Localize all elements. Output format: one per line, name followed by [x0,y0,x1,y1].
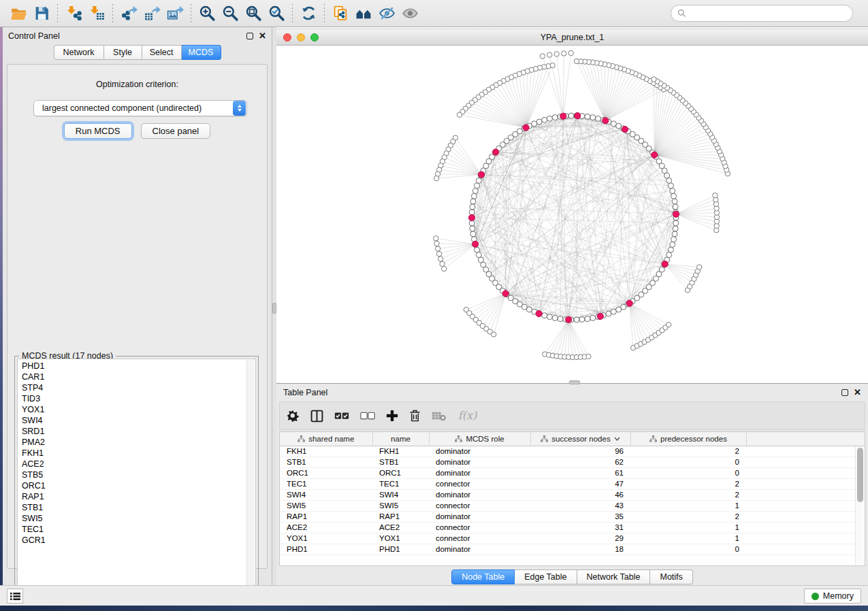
table-cell[interactable]: 2 [630,511,746,522]
table-cell[interactable]: 1 [630,500,746,511]
selected-network-node[interactable] [673,211,679,217]
network-node[interactable] [526,307,532,312]
network-node[interactable] [590,315,596,320]
table-cell[interactable]: FKH1 [280,446,372,457]
table-cell[interactable]: 61 [530,467,630,478]
settings-button[interactable] [287,410,300,423]
table-row[interactable]: ACE2ACE2connector311 [280,522,865,533]
table-cell[interactable]: TEC1 [372,478,429,489]
table-cell[interactable]: connector [429,522,530,533]
table-cell[interactable]: 1 [630,533,746,544]
selected-network-node[interactable] [575,112,581,118]
network-node[interactable] [470,204,475,210]
mcds-result-item[interactable]: YOX1 [18,404,255,415]
mcds-result-item[interactable]: PHD1 [18,361,255,371]
selected-network-node[interactable] [523,125,529,131]
network-node[interactable] [436,251,441,256]
table-row[interactable]: YOX1YOX1connector291 [280,533,865,544]
table-cell[interactable]: 2 [630,489,746,500]
network-node[interactable] [471,193,477,199]
table-cell[interactable]: FKH1 [372,446,429,457]
table-cell[interactable]: 96 [530,446,630,457]
network-node[interactable] [670,188,675,194]
table-cell[interactable]: dominator [429,457,530,467]
mcds-result-item[interactable]: SRD1 [18,426,255,437]
table-cell[interactable]: 2 [630,478,746,489]
close-table-panel-icon[interactable]: ✕ [854,389,861,396]
network-node[interactable] [438,257,443,261]
zoom-out-button[interactable] [219,3,242,24]
network-node[interactable] [606,311,611,316]
table-cell[interactable]: STB1 [372,457,429,467]
tab-mcds[interactable]: MCDS [182,45,221,60]
network-node[interactable] [470,231,476,237]
network-node[interactable] [586,354,591,359]
mcds-result-item[interactable]: TID3 [18,393,255,404]
column-header-predecessor-nodes[interactable]: predecessor nodes [630,432,746,446]
network-canvas[interactable] [276,46,868,383]
network-node[interactable] [668,247,673,252]
table-cell[interactable]: PHD1 [372,544,429,555]
hide-selected-button[interactable] [375,3,398,24]
table-cell[interactable]: connector [429,533,530,544]
selected-network-node[interactable] [597,313,603,319]
mcds-result-item[interactable]: RAP1 [18,491,255,502]
table-cell[interactable]: SWI4 [372,489,429,500]
tab-motifs[interactable]: Motifs [650,569,692,584]
network-node[interactable] [713,193,718,197]
network-node[interactable] [475,247,480,252]
selected-network-node[interactable] [472,241,479,247]
network-node[interactable] [491,332,496,337]
table-cell[interactable]: connector [429,500,530,511]
mcds-result-item[interactable]: STB1 [18,502,255,513]
mcds-result-item[interactable]: SWI4 [18,415,255,426]
network-node[interactable] [672,199,677,204]
network-node[interactable] [434,236,438,241]
optimization-criterion-select[interactable]: largest connected component (undirected) [33,100,247,116]
export-network-button[interactable] [117,3,140,24]
network-node[interactable] [457,112,462,117]
table-cell[interactable]: 43 [530,500,630,511]
table-cell[interactable]: 1 [630,522,746,533]
maximize-window-icon[interactable] [310,33,319,42]
network-node[interactable] [673,204,678,210]
table-scrollbar-track[interactable] [855,446,864,565]
network-node[interactable] [542,117,547,122]
table-cell[interactable]: TEC1 [280,478,372,489]
network-view-titlebar[interactable]: YPA_prune.txt_1 [276,29,868,46]
network-node[interactable] [666,252,672,258]
network-node[interactable] [540,54,545,59]
mcds-result-item[interactable]: PMA2 [18,437,255,448]
network-node[interactable] [574,317,579,323]
delete-column-button[interactable] [409,410,421,423]
show-all-button[interactable] [398,3,421,24]
network-node[interactable] [611,121,616,127]
network-node[interactable] [671,193,677,199]
mcds-result-item[interactable]: ACE2 [18,459,255,469]
export-image-button[interactable] [163,3,187,24]
table-row[interactable]: PHD1PHD1dominator180 [280,544,865,555]
network-node[interactable] [579,317,585,323]
table-cell[interactable]: 47 [530,478,630,489]
network-node[interactable] [562,51,566,56]
network-node[interactable] [596,116,601,121]
table-cell[interactable]: RAP1 [280,511,372,522]
network-node[interactable] [434,176,438,180]
mcds-result-item[interactable]: STB5 [18,469,255,480]
zoom-selected-button[interactable] [265,3,288,24]
task-history-button[interactable] [7,589,23,604]
network-node[interactable] [552,315,558,320]
network-node[interactable] [469,210,475,215]
tab-network[interactable]: Network [54,45,104,60]
selected-network-node[interactable] [478,171,484,178]
network-node[interactable] [536,119,542,125]
network-node[interactable] [670,242,675,247]
first-neighbors-button[interactable] [352,3,375,24]
network-node[interactable] [671,237,677,242]
network-node[interactable] [440,261,445,266]
selected-network-node[interactable] [622,126,628,132]
float-table-panel-icon[interactable] [841,389,848,396]
network-node[interactable] [697,265,702,269]
network-node[interactable] [554,52,559,56]
mcds-result-item[interactable]: FKH1 [18,448,255,459]
